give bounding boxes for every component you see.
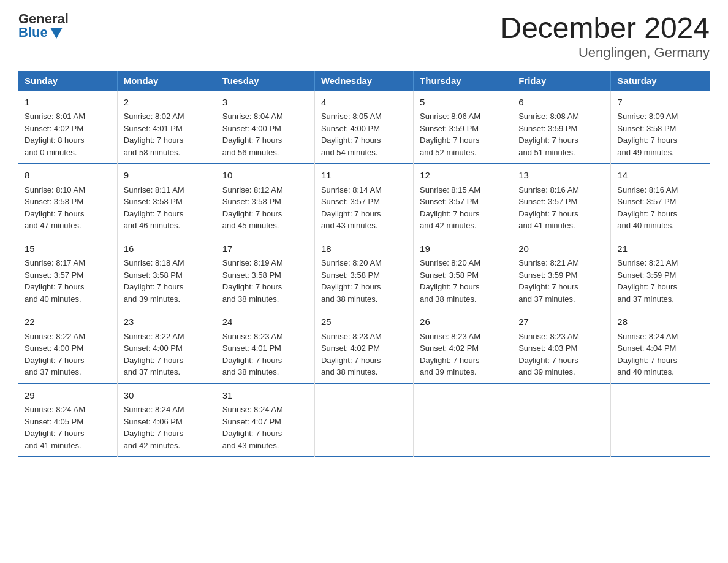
day-info: Sunrise: 8:06 AM Sunset: 3:59 PM Dayligh… [420,112,480,157]
day-number: 25 [321,315,407,329]
day-cell: 17Sunrise: 8:19 AM Sunset: 3:58 PM Dayli… [216,237,314,310]
day-number: 30 [124,389,210,403]
day-cell: 24Sunrise: 8:23 AM Sunset: 4:01 PM Dayli… [216,310,314,384]
day-info: Sunrise: 8:24 AM Sunset: 4:07 PM Dayligh… [222,405,283,450]
header-tuesday: Tuesday [216,71,314,91]
day-cell [611,383,710,457]
calendar-subtitle: Uenglingen, Germany [500,45,710,61]
day-number: 14 [617,169,703,183]
day-number: 4 [321,96,407,110]
header-thursday: Thursday [414,71,512,91]
day-cell: 13Sunrise: 8:16 AM Sunset: 3:57 PM Dayli… [512,164,611,237]
day-info: Sunrise: 8:05 AM Sunset: 4:00 PM Dayligh… [321,112,382,157]
day-number: 2 [124,96,210,110]
day-info: Sunrise: 8:04 AM Sunset: 4:00 PM Dayligh… [222,112,283,157]
day-number: 18 [321,242,407,256]
day-number: 5 [420,96,506,110]
week-row-4: 22Sunrise: 8:22 AM Sunset: 4:00 PM Dayli… [18,310,710,384]
day-info: Sunrise: 8:22 AM Sunset: 4:00 PM Dayligh… [25,332,85,377]
day-number: 27 [518,315,604,329]
day-info: Sunrise: 8:17 AM Sunset: 3:57 PM Dayligh… [25,258,85,304]
day-cell [414,383,512,457]
day-cell: 11Sunrise: 8:14 AM Sunset: 3:57 PM Dayli… [314,164,413,237]
week-row-1: 1Sunrise: 8:01 AM Sunset: 4:02 PM Daylig… [18,91,710,164]
day-number: 11 [321,169,407,183]
day-info: Sunrise: 8:14 AM Sunset: 3:57 PM Dayligh… [321,185,382,231]
page-header: General Blue December 2024 Uenglingen, G… [18,12,710,61]
day-number: 17 [222,242,308,256]
day-cell: 27Sunrise: 8:23 AM Sunset: 4:03 PM Dayli… [512,310,611,384]
logo: General Blue [18,12,69,39]
day-cell: 26Sunrise: 8:23 AM Sunset: 4:02 PM Dayli… [414,310,512,384]
day-number: 19 [420,242,506,256]
day-number: 9 [124,169,210,183]
day-number: 3 [222,96,308,110]
week-row-5: 29Sunrise: 8:24 AM Sunset: 4:05 PM Dayli… [18,383,710,457]
day-number: 28 [617,315,703,329]
day-number: 24 [222,315,308,329]
header-row: SundayMondayTuesdayWednesdayThursdayFrid… [18,71,710,91]
day-info: Sunrise: 8:21 AM Sunset: 3:59 PM Dayligh… [617,258,678,304]
day-number: 6 [518,96,604,110]
day-cell: 22Sunrise: 8:22 AM Sunset: 4:00 PM Dayli… [18,310,117,384]
day-info: Sunrise: 8:23 AM Sunset: 4:03 PM Dayligh… [518,332,579,377]
calendar-header: SundayMondayTuesdayWednesdayThursdayFrid… [18,71,710,91]
day-cell: 18Sunrise: 8:20 AM Sunset: 3:58 PM Dayli… [314,237,413,310]
day-info: Sunrise: 8:19 AM Sunset: 3:58 PM Dayligh… [222,258,283,304]
day-info: Sunrise: 8:18 AM Sunset: 3:58 PM Dayligh… [124,258,184,304]
header-monday: Monday [117,71,216,91]
day-cell: 14Sunrise: 8:16 AM Sunset: 3:57 PM Dayli… [611,164,710,237]
day-info: Sunrise: 8:20 AM Sunset: 3:58 PM Dayligh… [321,258,382,304]
day-info: Sunrise: 8:22 AM Sunset: 4:00 PM Dayligh… [124,332,184,377]
day-cell: 1Sunrise: 8:01 AM Sunset: 4:02 PM Daylig… [18,91,117,164]
day-info: Sunrise: 8:23 AM Sunset: 4:02 PM Dayligh… [420,332,480,377]
day-number: 8 [25,169,111,183]
day-cell: 2Sunrise: 8:02 AM Sunset: 4:01 PM Daylig… [117,91,216,164]
day-number: 31 [222,389,308,403]
day-number: 10 [222,169,308,183]
calendar-table: SundayMondayTuesdayWednesdayThursdayFrid… [18,71,710,458]
day-number: 1 [25,96,111,110]
day-cell: 19Sunrise: 8:20 AM Sunset: 3:58 PM Dayli… [414,237,512,310]
header-friday: Friday [512,71,611,91]
day-info: Sunrise: 8:16 AM Sunset: 3:57 PM Dayligh… [518,185,579,231]
header-sunday: Sunday [18,71,117,91]
day-cell [314,383,413,457]
calendar-body: 1Sunrise: 8:01 AM Sunset: 4:02 PM Daylig… [18,91,710,457]
header-saturday: Saturday [611,71,710,91]
day-info: Sunrise: 8:01 AM Sunset: 4:02 PM Dayligh… [25,112,85,157]
day-info: Sunrise: 8:02 AM Sunset: 4:01 PM Dayligh… [124,112,184,157]
day-info: Sunrise: 8:23 AM Sunset: 4:02 PM Dayligh… [321,332,382,377]
day-number: 15 [25,242,111,256]
week-row-2: 8Sunrise: 8:10 AM Sunset: 3:58 PM Daylig… [18,164,710,237]
calendar-title: December 2024 [500,12,710,45]
day-number: 13 [518,169,604,183]
day-cell: 31Sunrise: 8:24 AM Sunset: 4:07 PM Dayli… [216,383,314,457]
day-number: 26 [420,315,506,329]
day-info: Sunrise: 8:09 AM Sunset: 3:58 PM Dayligh… [617,112,678,157]
day-info: Sunrise: 8:11 AM Sunset: 3:58 PM Dayligh… [124,185,184,231]
day-cell: 6Sunrise: 8:08 AM Sunset: 3:59 PM Daylig… [512,91,611,164]
day-info: Sunrise: 8:16 AM Sunset: 3:57 PM Dayligh… [617,185,678,231]
day-number: 29 [25,389,111,403]
day-cell: 8Sunrise: 8:10 AM Sunset: 3:58 PM Daylig… [18,164,117,237]
day-cell: 7Sunrise: 8:09 AM Sunset: 3:58 PM Daylig… [611,91,710,164]
day-cell: 9Sunrise: 8:11 AM Sunset: 3:58 PM Daylig… [117,164,216,237]
day-cell [512,383,611,457]
logo-triangle-icon [50,28,63,39]
day-info: Sunrise: 8:10 AM Sunset: 3:58 PM Dayligh… [25,185,85,231]
day-info: Sunrise: 8:12 AM Sunset: 3:58 PM Dayligh… [222,185,283,231]
day-number: 23 [124,315,210,329]
day-cell: 20Sunrise: 8:21 AM Sunset: 3:59 PM Dayli… [512,237,611,310]
day-cell: 25Sunrise: 8:23 AM Sunset: 4:02 PM Dayli… [314,310,413,384]
day-cell: 15Sunrise: 8:17 AM Sunset: 3:57 PM Dayli… [18,237,117,310]
day-cell: 21Sunrise: 8:21 AM Sunset: 3:59 PM Dayli… [611,237,710,310]
day-cell: 3Sunrise: 8:04 AM Sunset: 4:00 PM Daylig… [216,91,314,164]
day-info: Sunrise: 8:21 AM Sunset: 3:59 PM Dayligh… [518,258,579,304]
day-info: Sunrise: 8:24 AM Sunset: 4:05 PM Dayligh… [25,405,85,450]
day-cell: 28Sunrise: 8:24 AM Sunset: 4:04 PM Dayli… [611,310,710,384]
day-cell: 12Sunrise: 8:15 AM Sunset: 3:57 PM Dayli… [414,164,512,237]
logo-blue-text: Blue [18,26,63,39]
logo-general-text: General [18,12,69,26]
day-number: 7 [617,96,703,110]
